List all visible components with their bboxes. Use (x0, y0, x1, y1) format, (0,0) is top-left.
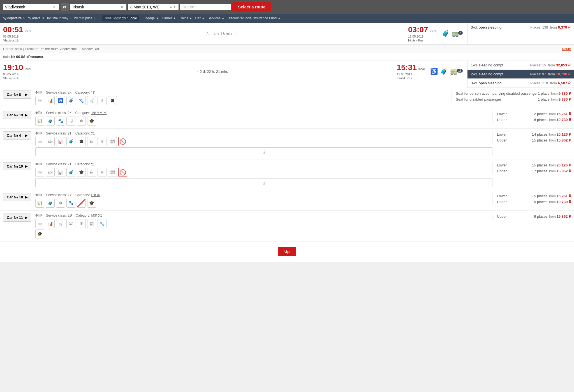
filter-by-departure[interactable]: by departure ⇅ (3, 16, 25, 20)
train2-departure-label: local (25, 67, 31, 71)
select-route-button[interactable]: Select a route (232, 2, 271, 11)
train2-class1-option[interactable]: 1-cl. sleeping compt. Places: 15 from 32… (467, 61, 574, 70)
to-input[interactable] (73, 5, 120, 9)
car-category-2: Category: У1 (75, 131, 98, 135)
time-moscow[interactable]: Moscow (114, 16, 126, 20)
car-service-4: Service class: 2У (46, 193, 72, 197)
train1-arrival-label: local (430, 29, 436, 33)
amenity-museum-icon-3: 🏛 (87, 168, 96, 177)
return-input[interactable]: Return (180, 4, 231, 10)
filter-car[interactable]: Car ▲ (195, 16, 205, 20)
train2-class3-option[interactable]: 3-cl. open sleeping Places: 218 from 6,5… (467, 79, 574, 88)
car-carrier-2: ФПК (35, 131, 42, 135)
search-bar: ✕ ⇄ ✕ ▲▼ Return Select a route (0, 0, 574, 14)
amenity-chart-icon-4: 📊 (35, 199, 44, 208)
time-filter: Time: Moscow / Local (102, 15, 139, 21)
amenity-luggage-icon: 🧳 (66, 96, 75, 105)
train2-departure-station: Vladivostok (3, 76, 31, 80)
train2-arrival-label: local (418, 67, 425, 71)
seat-type-4-0: Lower (497, 194, 534, 198)
amenity-edu-icon-2: 🎓 (77, 137, 86, 146)
train2-class2-option[interactable]: 2-cl. sleeping compt. Places: 97 from 10… (467, 70, 574, 79)
seat-count-2-1: 15 places (532, 138, 548, 142)
filter-bar: by departure ⇅ by arrival ⇅ by time in w… (0, 14, 574, 23)
train1-class3-option[interactable]: 3-cl. open sleeping Places: 138 from 6,3… (467, 23, 574, 32)
train2-duration: 2 d. 22 h. 21 min. (200, 69, 228, 74)
swap-button[interactable]: ⇄ (61, 3, 69, 11)
amenity-dining2-icon: 🍽 (35, 137, 44, 146)
filter-by-arrival[interactable]: by arrival ⇅ (27, 16, 44, 20)
seat-count-0-0: 1 place (538, 91, 550, 96)
amenity-chart-icon: 📊 (46, 96, 55, 105)
filter-trains[interactable]: Trains ▲ (179, 16, 193, 20)
train2-arrival-station: Irkutsk Pas (397, 76, 425, 80)
car-service-0: Service class: 2К (46, 91, 71, 94)
car-price-row-3-1: Upper 17 places from 15,862 ₽ (497, 168, 571, 174)
car-meta-2: ФПК Service class: 2Т Category: У1 (35, 131, 492, 135)
car-button-0[interactable]: Car № 8 ▶ (3, 91, 31, 99)
time-local[interactable]: Local (129, 16, 137, 20)
train-block-1: 00:51 local 08.05.2019 Vladivostok → 3 d… (0, 23, 574, 45)
seat-count-5-0: 9 places (534, 214, 547, 219)
car-carrier-3: ФПК (35, 162, 42, 166)
train2-class1-price: 32,853 ₽ (556, 63, 570, 67)
train2-class3-name: 3-cl. open sleeping (471, 81, 530, 85)
car-section-4: Car № 18 ▶ ФПК Service class: 2У Categor… (0, 190, 574, 211)
price-1-1: 10,730 ₽ (557, 118, 571, 122)
price-0-0: 9,380 ₽ (559, 91, 571, 96)
train2-class3-places: Places: 218 (530, 81, 548, 85)
amenity-ac5-icon: ❄ (77, 219, 86, 228)
from-clear-button[interactable]: ✕ (52, 5, 57, 9)
car-section-2: Car № 4 ▶ ФПК Service class: 2Т Category… (0, 129, 574, 159)
amenity-edu5-icon: 🎓 (35, 229, 44, 238)
car-button-2[interactable]: Car № 4 ▶ (3, 131, 31, 140)
car-price-row-5-0: Upper 9 places from 15,862 ₽ (497, 214, 571, 219)
car-button-3[interactable]: Car № 10 ▶ (3, 162, 31, 170)
car-category-3: Category: У1 (75, 162, 98, 166)
car-info-3: ФПК Service class: 2Т Category: У1 🍽 🍽 📊… (35, 162, 492, 187)
filter-by-time-in-way[interactable]: by time in way ⇅ (47, 16, 71, 20)
seat-type-2-1: Upper (497, 138, 532, 142)
to-clear-button[interactable]: ✕ (120, 5, 124, 9)
train1-left: 00:51 local 08.05.2019 Vladivostok → 3 d… (0, 23, 467, 44)
car-button-1[interactable]: Car № 19 ▶ (3, 111, 31, 119)
car-button-5[interactable]: Car № 11 ▶ (3, 214, 31, 222)
train2-price-options: 1-cl. sleeping compt. Places: 15 from 32… (467, 61, 574, 88)
filter-luggage[interactable]: Luggage ▲ (142, 16, 159, 20)
price-5-0: 15,862 ₽ (557, 214, 571, 219)
amenity-luggage-icon-1: 🧳 (46, 117, 55, 126)
car-icon: 🚃 (452, 30, 459, 37)
train2-class2-from: from (548, 72, 555, 76)
car5-extra-row: 🎓 (35, 229, 492, 238)
train2-route-link[interactable]: Route (562, 47, 571, 51)
car-button-4[interactable]: Car № 18 ▶ (3, 193, 31, 201)
amenity-museum5-icon: 🏛 (66, 219, 75, 228)
car-meta-3: ФПК Service class: 2Т Category: У1 (35, 162, 492, 166)
train2-class1-places: Places: 15 (530, 63, 546, 67)
car-service-5: Service class: 2Э (46, 214, 72, 217)
train2-label: train (3, 55, 10, 59)
car-section-5-row: Car № 11 ▶ ФПК Service class: 2Э Categor… (3, 214, 571, 238)
from-input[interactable] (5, 5, 52, 9)
amenity-dining3-icon: 🍽 (35, 168, 44, 177)
train1-class3-from: from (550, 25, 557, 29)
amenity-ac-icon-3: ❄ (98, 168, 107, 177)
filter-by-min-price[interactable]: by min price ⇅ (74, 16, 96, 20)
amenity-dining-icon: 🍽 (35, 96, 44, 105)
seat-count-1-1: 8 places (534, 118, 547, 122)
car-info-5: ФПК Service class: 2Э Category: МЖ У1 🍽 … (35, 214, 492, 238)
up-button[interactable]: Up (278, 247, 297, 256)
train2-duration-area: → 2 d. 22 h. 21 min. → (31, 69, 397, 74)
train1-badge: 8 (458, 31, 463, 35)
filter-carrier[interactable]: Carrier ▲ (162, 16, 176, 20)
from-input-wrap: ✕ (3, 4, 59, 10)
train2-header: Carrier: ФПК | Premium on the route Vlad… (0, 45, 574, 53)
filter-services[interactable]: Services ▲ (208, 16, 225, 20)
car-price-row-1-1: Upper 8 places from 10,730 ₽ (497, 117, 571, 123)
filter-divider: | (98, 16, 99, 20)
train-block-2: Carrier: ФПК | Premium on the route Vlad… (0, 45, 574, 262)
filter-discounts[interactable]: Discounts/Social Insurance Fund ▲ (228, 16, 281, 20)
date-input[interactable] (130, 5, 169, 9)
train2-class2-places: Places: 97 (530, 72, 546, 76)
car-pricing-5: Upper 9 places from 15,862 ₽ (492, 214, 571, 219)
